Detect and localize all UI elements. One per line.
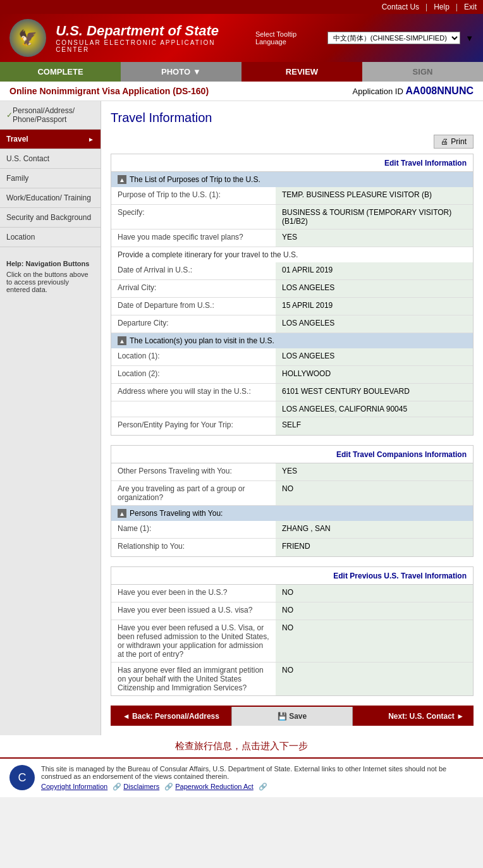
sidebar-item-work-edu[interactable]: Work/Education/ Training [0, 188, 101, 208]
chinese-annotation: 检查旅行信息，点击进入下一步 [0, 735, 483, 757]
been-in-us-row: Have you ever been in the U.S.? NO [111, 585, 473, 602]
contact-us-link[interactable]: Contact Us [382, 3, 419, 11]
companion-name-row: Name (1): ZHANG , SAN [111, 521, 473, 539]
paperwork-link[interactable]: Paperwork Reduction Act [175, 783, 254, 790]
travel-plans-row: Have you made specific travel plans? YES [111, 229, 473, 247]
arrival-date-row: Date of Arrival in U.S.: 01 APRIL 2019 [111, 262, 473, 280]
persons-header-text: Persons Traveling with You: [130, 509, 223, 518]
site-header: 🦅 U.S. Department of State CONSULAR ELEC… [0, 14, 483, 62]
sidebar-item-location-label: Location [6, 233, 35, 241]
app-id-value: AA008NNUNC [405, 85, 474, 96]
paying-row: Person/Entity Paying for Your Trip: SELF [111, 417, 473, 435]
specify-value: BUSINESS & TOURISM (TEMPORARY VISITOR) (… [276, 205, 473, 229]
departure-city-row: Departure City: LOS ANGELES [111, 315, 473, 333]
tab-sign[interactable]: SIGN [362, 62, 483, 82]
address-continuation-row: LOS ANGELES, CALIFORNIA 90045 [111, 401, 473, 417]
sidebar-item-personal[interactable]: Personal/Address/ Phone/Passport [0, 101, 101, 130]
dropdown-arrow-icon: ▼ [465, 34, 474, 43]
itinerary-header: Provide a complete itinerary for your tr… [111, 247, 473, 262]
location1-value: LOS ANGELES [276, 348, 473, 365]
main-layout: Personal/Address/ Phone/Passport Travel … [0, 101, 483, 735]
purpose-value: TEMP. BUSINESS PLEASURE VISITOR (B) [276, 187, 473, 204]
travel-plans-label: Have you made specific travel plans? [111, 229, 276, 247]
sidebar-item-family[interactable]: Family [0, 169, 101, 188]
petition-label: Has anyone ever filed an immigrant petit… [111, 663, 276, 695]
collapse-icon: ▲ [118, 175, 126, 184]
departure-city-label: Departure City: [111, 315, 276, 333]
arrival-city-label: Arrival City: [111, 280, 276, 297]
arrival-date-value: 01 APRIL 2019 [276, 262, 473, 279]
footer-links: Copyright Information 🔗 Disclaimers 🔗 Pa… [41, 783, 474, 791]
help-link[interactable]: Help [434, 3, 449, 11]
tab-photo[interactable]: PHOTO ▼ [121, 62, 242, 82]
sidebar-item-location[interactable]: Location [0, 228, 101, 247]
disclaimers-link[interactable]: Disclaimers [123, 783, 159, 790]
group-value: NO [276, 481, 473, 505]
save-button[interactable]: 💾 Save [231, 707, 353, 726]
location2-value: HOLLYWOOD [276, 366, 473, 383]
print-area: 🖨 Print [111, 135, 474, 149]
help-text: Click on the buttons above to access pre… [6, 271, 94, 293]
sidebar-item-security-label: Security and Background [6, 213, 91, 222]
purposes-header-text: The List of Purposes of Trip to the U.S. [130, 175, 260, 184]
sidebar-help: Help: Navigation Buttons Click on the bu… [0, 254, 101, 300]
footer-logo: C [9, 765, 35, 790]
tab-complete[interactable]: COMPLETE [0, 62, 121, 82]
locations-collapse-icon: ▲ [118, 336, 126, 345]
been-in-us-label: Have you ever been in the U.S.? [111, 585, 276, 602]
companion-relationship-label: Relationship to You: [111, 539, 276, 556]
print-button[interactable]: 🖨 Print [434, 135, 474, 149]
app-id-area: Application ID AA008NNUNC [353, 85, 474, 97]
page-title: Travel Information [111, 111, 474, 125]
footer-text: This site is managed by the Bureau of Co… [41, 765, 474, 780]
refused-row: Have you ever been refused a U.S. Visa, … [111, 620, 473, 663]
companion-name-value: ZHANG , SAN [276, 521, 473, 538]
help-title: Help: Navigation Buttons [6, 260, 94, 267]
refused-value: NO [276, 620, 473, 662]
sidebar-item-travel[interactable]: Travel ► [0, 130, 101, 149]
paying-value: SELF [276, 417, 473, 435]
edit-travel-link[interactable]: Edit Travel Information [384, 159, 467, 168]
other-persons-value: YES [276, 463, 473, 480]
arrival-date-label: Date of Arrival in U.S.: [111, 262, 276, 279]
travel-arrow-icon: ► [88, 136, 94, 143]
nav-tabs: COMPLETE PHOTO ▼ REVIEW SIGN [0, 62, 483, 82]
app-id-label: Application ID [353, 87, 403, 96]
edit-prev-travel-link[interactable]: Edit Previous U.S. Travel Information [333, 572, 467, 580]
purpose-label: Purpose of Trip to the U.S. (1): [111, 187, 276, 204]
sidebar-item-us-contact[interactable]: U.S. Contact [0, 149, 101, 169]
departure-city-value: LOS ANGELES [276, 315, 473, 333]
travel-plans-value: YES [276, 229, 473, 247]
sidebar-item-personal-label: Personal/Address/ Phone/Passport [13, 106, 94, 124]
tooltip-language-select[interactable]: 中文(简体）(CHINESE-SIMPLIFIED) [327, 32, 460, 44]
departure-date-value: 15 APRIL 2019 [276, 298, 473, 315]
group-label: Are you traveling as part of a group or … [111, 481, 276, 505]
prev-travel-header: Edit Previous U.S. Travel Information [111, 567, 473, 585]
copyright-link[interactable]: Copyright Information [41, 783, 107, 790]
photo-dropdown-icon: ▼ [193, 67, 201, 76]
back-button[interactable]: ◄ Back: Personal/Address [111, 707, 231, 726]
tab-review[interactable]: REVIEW [242, 62, 362, 82]
bottom-nav: ◄ Back: Personal/Address 💾 Save Next: U.… [111, 706, 474, 726]
next-button[interactable]: Next: U.S. Contact ► [353, 707, 474, 726]
issued-visa-value: NO [276, 602, 473, 620]
sidebar-item-family-label: Family [6, 174, 28, 183]
locations-section-header: ▲ The Location(s) you plan to visit in t… [111, 333, 473, 348]
address-row: Address where you will stay in the U.S.:… [111, 384, 473, 401]
exit-link[interactable]: Exit [464, 3, 477, 11]
arrival-city-value: LOS ANGELES [276, 280, 473, 297]
purposes-section-header: ▲ The List of Purposes of Trip to the U.… [111, 172, 473, 187]
edit-companions-link[interactable]: Edit Travel Companions Information [336, 450, 467, 459]
application-bar: Online Nonimmigrant Visa Application (DS… [0, 82, 483, 101]
locations-header-text: The Location(s) you plan to visit in the… [130, 336, 274, 345]
specify-row: Specify: BUSINESS & TOURISM (TEMPORARY V… [111, 205, 473, 229]
group-row: Are you traveling as part of a group or … [111, 481, 473, 506]
sidebar-item-work-edu-label: Work/Education/ Training [6, 193, 91, 202]
been-in-us-value: NO [276, 585, 473, 602]
location2-label: Location (2): [111, 366, 276, 383]
companion-name-label: Name (1): [111, 521, 276, 538]
petition-row: Has anyone ever filed an immigrant petit… [111, 663, 473, 695]
prev-travel-section: Edit Previous U.S. Travel Information Ha… [111, 566, 474, 696]
location1-row: Location (1): LOS ANGELES [111, 348, 473, 366]
sidebar-item-security[interactable]: Security and Background [0, 208, 101, 228]
